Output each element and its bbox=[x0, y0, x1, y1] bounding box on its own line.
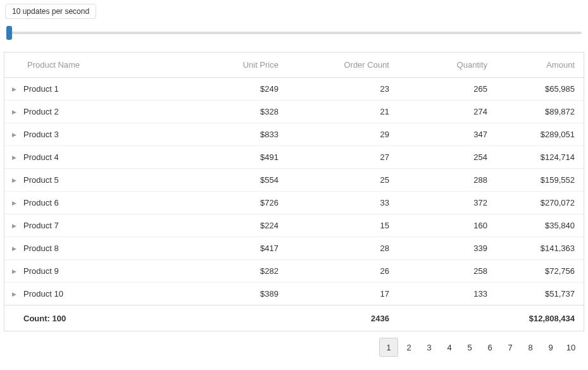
cell-product-name: Product 10 bbox=[23, 289, 189, 299]
cell-order-count: 27 bbox=[287, 152, 398, 162]
cell-quantity: 274 bbox=[398, 107, 496, 116]
expand-icon[interactable]: ▶ bbox=[4, 245, 23, 252]
cell-order-count: 21 bbox=[287, 107, 398, 116]
update-rate-slider[interactable] bbox=[6, 25, 582, 40]
cell-product-name: Product 5 bbox=[23, 175, 189, 185]
cell-quantity: 160 bbox=[398, 221, 496, 230]
cell-amount: $159,552 bbox=[496, 175, 584, 185]
cell-unit-price: $224 bbox=[189, 221, 287, 230]
page-button[interactable]: 8 bbox=[521, 338, 540, 357]
expand-icon[interactable]: ▶ bbox=[4, 109, 23, 115]
table-row: ▶Product 5$55425288$159,552 bbox=[4, 169, 584, 192]
cell-product-name: Product 7 bbox=[23, 221, 189, 230]
grid-footer-row: Count: 100 2436 $12,808,434 bbox=[4, 305, 584, 331]
page-button[interactable]: 1 bbox=[379, 338, 398, 357]
table-row: ▶Product 1$24923265$65,985 bbox=[4, 78, 584, 101]
page-button[interactable]: 10 bbox=[561, 338, 580, 357]
header-order-count[interactable]: Order Count bbox=[287, 60, 398, 70]
cell-order-count: 33 bbox=[287, 198, 398, 207]
cell-quantity: 265 bbox=[398, 84, 496, 94]
cell-quantity: 339 bbox=[398, 244, 496, 253]
expand-icon[interactable]: ▶ bbox=[4, 223, 23, 229]
cell-order-count: 26 bbox=[287, 266, 398, 276]
cell-order-count: 23 bbox=[287, 84, 398, 94]
expand-icon[interactable]: ▶ bbox=[4, 154, 23, 161]
cell-unit-price: $554 bbox=[189, 175, 287, 185]
cell-unit-price: $417 bbox=[189, 244, 287, 253]
cell-quantity: 288 bbox=[398, 175, 496, 185]
table-row: ▶Product 9$28226258$72,756 bbox=[4, 260, 584, 283]
slider-track bbox=[6, 32, 582, 34]
cell-product-name: Product 9 bbox=[23, 266, 189, 276]
cell-order-count: 17 bbox=[287, 289, 398, 299]
cell-amount: $89,872 bbox=[496, 107, 584, 116]
cell-order-count: 25 bbox=[287, 175, 398, 185]
header-unit-price[interactable]: Unit Price bbox=[189, 60, 287, 70]
page-button[interactable]: 6 bbox=[480, 338, 499, 357]
page-button[interactable]: 5 bbox=[460, 338, 479, 357]
cell-product-name: Product 3 bbox=[23, 130, 189, 139]
table-row: ▶Product 3$83329347$289,051 bbox=[4, 123, 584, 146]
cell-quantity: 347 bbox=[398, 130, 496, 139]
cell-unit-price: $249 bbox=[189, 84, 287, 94]
cell-amount: $51,737 bbox=[496, 289, 584, 299]
page-button[interactable]: 4 bbox=[440, 338, 459, 357]
cell-unit-price: $491 bbox=[189, 152, 287, 162]
table-row: ▶Product 2$32821274$89,872 bbox=[4, 101, 584, 123]
footer-orders-total: 2436 bbox=[287, 314, 398, 323]
cell-product-name: Product 1 bbox=[23, 84, 189, 94]
footer-count: Count: 100 bbox=[23, 314, 189, 323]
cell-product-name: Product 6 bbox=[23, 198, 189, 207]
cell-unit-price: $389 bbox=[189, 289, 287, 299]
slider-label: 10 updates per second bbox=[5, 4, 96, 19]
cell-product-name: Product 8 bbox=[23, 244, 189, 253]
expand-icon[interactable]: ▶ bbox=[4, 132, 23, 138]
table-row: ▶Product 6$72633372$270,072 bbox=[4, 192, 584, 214]
cell-product-name: Product 4 bbox=[23, 152, 189, 162]
cell-amount: $35,840 bbox=[496, 221, 584, 230]
cell-unit-price: $726 bbox=[189, 198, 287, 207]
table-row: ▶Product 8$41728339$141,363 bbox=[4, 237, 584, 260]
header-product-name[interactable]: Product Name bbox=[23, 60, 189, 70]
slider-thumb[interactable] bbox=[6, 26, 12, 40]
cell-quantity: 372 bbox=[398, 198, 496, 207]
cell-quantity: 254 bbox=[398, 152, 496, 162]
grid-header-row: Product Name Unit Price Order Count Quan… bbox=[4, 52, 584, 78]
expand-icon[interactable]: ▶ bbox=[4, 268, 23, 274]
product-grid: Product Name Unit Price Order Count Quan… bbox=[4, 52, 584, 331]
cell-order-count: 29 bbox=[287, 130, 398, 139]
cell-amount: $289,051 bbox=[496, 130, 584, 139]
table-row: ▶Product 10$38917133$51,737 bbox=[4, 283, 584, 305]
cell-unit-price: $282 bbox=[189, 266, 287, 276]
cell-quantity: 133 bbox=[398, 289, 496, 299]
table-row: ▶Product 4$49127254$124,714 bbox=[4, 146, 584, 169]
cell-order-count: 15 bbox=[287, 221, 398, 230]
cell-order-count: 28 bbox=[287, 244, 398, 253]
table-row: ▶Product 7$22415160$35,840 bbox=[4, 214, 584, 237]
expand-icon[interactable]: ▶ bbox=[4, 291, 23, 297]
cell-amount: $124,714 bbox=[496, 152, 584, 162]
page-button[interactable]: 3 bbox=[420, 338, 439, 357]
pager: 12345678910 bbox=[4, 331, 584, 361]
expand-icon[interactable]: ▶ bbox=[4, 200, 23, 206]
page-button[interactable]: 9 bbox=[541, 338, 560, 357]
header-quantity[interactable]: Quantity bbox=[398, 60, 496, 70]
cell-product-name: Product 2 bbox=[23, 107, 189, 116]
cell-amount: $270,072 bbox=[496, 198, 584, 207]
header-amount[interactable]: Amount bbox=[496, 60, 584, 70]
expand-icon[interactable]: ▶ bbox=[4, 86, 23, 92]
cell-unit-price: $833 bbox=[189, 130, 287, 139]
footer-amount-total: $12,808,434 bbox=[496, 314, 584, 323]
expand-icon[interactable]: ▶ bbox=[4, 177, 23, 183]
cell-quantity: 258 bbox=[398, 266, 496, 276]
cell-amount: $141,363 bbox=[496, 244, 584, 253]
cell-amount: $65,985 bbox=[496, 84, 584, 94]
cell-unit-price: $328 bbox=[189, 107, 287, 116]
page-button[interactable]: 2 bbox=[399, 338, 418, 357]
page-button[interactable]: 7 bbox=[501, 338, 520, 357]
cell-amount: $72,756 bbox=[496, 266, 584, 276]
